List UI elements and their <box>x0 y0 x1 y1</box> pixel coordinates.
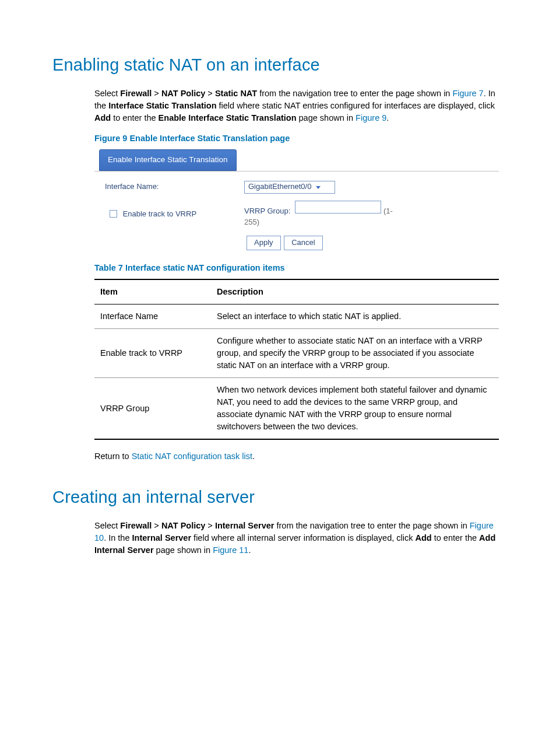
table-row: Enable track to VRRP Configure whether t… <box>94 329 499 378</box>
breadcrumb-static-nat: Static NAT <box>215 89 257 98</box>
bold-enable-ist: Enable Interface Static Translation <box>159 113 297 123</box>
text: . <box>386 113 389 123</box>
link-static-nat-task-list[interactable]: Static NAT configuration task list <box>132 452 252 461</box>
table-row: VRRP Group When two network devices impl… <box>94 378 499 440</box>
table-7: Item Description Interface Name Select a… <box>94 279 499 440</box>
text: . In the <box>104 533 132 542</box>
text: from the navigation tree to enter the pa… <box>257 89 452 98</box>
text: page shown in <box>297 113 356 123</box>
bold-add: Add <box>416 533 432 542</box>
chevron-down-icon <box>315 184 322 191</box>
section-heading-2: Creating an internal server <box>52 485 504 509</box>
text: > <box>205 89 215 98</box>
figure-9-caption: Figure 9 Enable Interface Static Transla… <box>94 132 499 145</box>
figure-tab: Enable Interface Static Translation <box>99 149 237 171</box>
section2-intro: Select Firewall > NAT Policy > Internal … <box>94 520 499 556</box>
table-head-description: Description <box>211 279 499 304</box>
table-cell-desc: Configure whether to associate static NA… <box>211 329 499 378</box>
table-cell-desc: When two network devices implement both … <box>211 378 499 440</box>
section1-intro: Select Firewall > NAT Policy > Static NA… <box>94 88 499 124</box>
table-head-item: Item <box>94 279 211 304</box>
vrrp-group-input[interactable] <box>295 201 381 214</box>
interface-name-value: GigabitEthernet0/0 <box>248 181 311 192</box>
bold-internal-server: Internal Server <box>132 533 192 542</box>
breadcrumb-firewall: Firewall <box>120 521 152 530</box>
link-figure-9[interactable]: Figure 9 <box>356 113 386 123</box>
text: Return to <box>94 452 132 461</box>
table-cell-item: Interface Name <box>94 304 211 329</box>
table-cell-desc: Select an interface to which static NAT … <box>211 304 499 329</box>
interface-name-label: Interface Name: <box>101 181 244 192</box>
table-row: Interface Name Select an interface to wh… <box>94 304 499 329</box>
apply-button[interactable]: Apply <box>247 236 281 250</box>
figure-9: Enable Interface Static Translation Inte… <box>94 149 499 254</box>
breadcrumb-nat-policy: NAT Policy <box>161 89 205 98</box>
return-line: Return to Static NAT configuration task … <box>94 450 499 463</box>
text: Select <box>94 89 120 98</box>
figure-panel: Interface Name: GigabitEthernet0/0 Enabl… <box>94 171 499 254</box>
enable-track-vrrp-checkbox[interactable] <box>110 210 117 218</box>
text: from the navigation tree to enter the pa… <box>274 521 469 530</box>
breadcrumb-internal-server: Internal Server <box>215 521 275 530</box>
text: > <box>152 521 161 530</box>
link-figure-11[interactable]: Figure 11 <box>213 545 248 555</box>
bold-add: Add <box>94 113 111 123</box>
breadcrumb-nat-policy: NAT Policy <box>161 521 205 530</box>
text: field where all internal server informat… <box>191 533 415 542</box>
text: page shown in <box>154 545 213 555</box>
text: Select <box>94 521 120 530</box>
text: . <box>252 452 255 461</box>
text: to enter the <box>111 113 158 123</box>
text: > <box>152 89 161 98</box>
link-figure-7[interactable]: Figure 7 <box>452 89 483 98</box>
interface-name-select[interactable]: GigabitEthernet0/0 <box>244 181 335 194</box>
section-heading-1: Enabling static NAT on an interface <box>52 52 504 77</box>
text: > <box>205 521 215 530</box>
cancel-button[interactable]: Cancel <box>284 236 322 250</box>
text: . <box>248 545 251 555</box>
text: to enter the <box>432 533 479 542</box>
text: field where static NAT entries configure… <box>217 101 495 110</box>
svg-marker-0 <box>316 186 321 189</box>
table-cell-item: Enable track to VRRP <box>94 329 211 378</box>
enable-track-vrrp-label: Enable track to VRRP <box>123 209 196 218</box>
bold-interface-static-translation: Interface Static Translation <box>108 101 216 110</box>
table-7-caption: Table 7 Interface static NAT configurati… <box>94 262 499 274</box>
breadcrumb-firewall: Firewall <box>120 89 152 98</box>
vrrp-group-label: VRRP Group: <box>244 206 290 215</box>
table-cell-item: VRRP Group <box>94 378 211 440</box>
